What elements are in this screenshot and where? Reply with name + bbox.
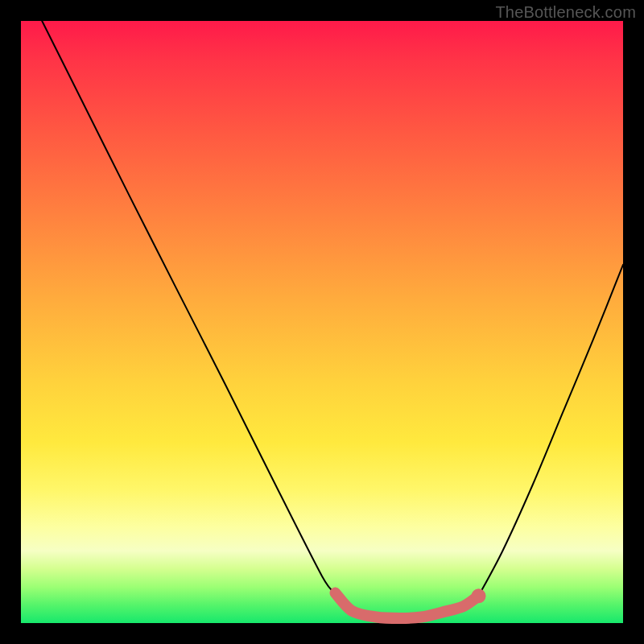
curve-layer [21, 21, 623, 623]
curve-group [42, 21, 623, 618]
left-branch [42, 21, 335, 593]
watermark-text: TheBottleneck.com [495, 3, 636, 22]
valley-highlight [336, 593, 479, 618]
right-branch [479, 265, 624, 596]
chart-frame: TheBottleneck.com [0, 0, 644, 644]
valley-end-dot [472, 588, 486, 603]
